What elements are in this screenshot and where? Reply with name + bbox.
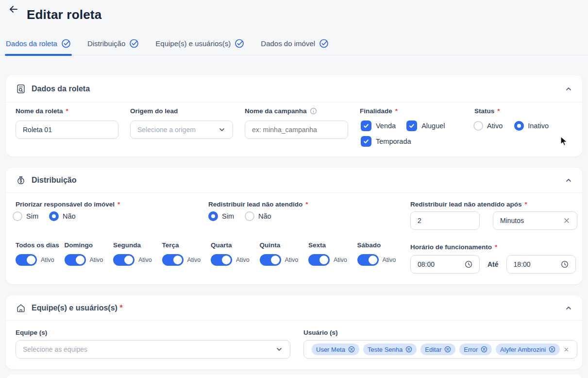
field-label-redistribuir-apos: Redistribuir lead não atendido após*: [410, 201, 527, 208]
money-bag-icon: [16, 175, 26, 186]
horario-fim-input[interactable]: 18:00: [506, 255, 576, 274]
tab-dados-do-imovel[interactable]: Dados do imóvel: [260, 35, 330, 55]
checkbox-aluguel[interactable]: Aluguel: [406, 120, 445, 131]
tab-dados-da-roleta[interactable]: Dados da roleta: [5, 35, 72, 55]
tab-label: Equipe(s) e usuários(s): [155, 39, 231, 48]
select-placeholder: Selecione a origem: [137, 126, 196, 134]
required-marker: *: [525, 201, 527, 208]
toggle-on[interactable]: [211, 254, 232, 266]
toggle-on[interactable]: [162, 254, 184, 266]
user-tag: Error: [459, 344, 492, 355]
section-next-partial: [6, 374, 582, 378]
chevron-down-icon: [275, 345, 283, 353]
toggle-on[interactable]: [65, 254, 86, 266]
day-todos-os-dias: Todos os dias Ativo: [16, 241, 65, 266]
usuario-multiselect[interactable]: User Meta Teste Senha Editar Error Alyfe…: [303, 340, 577, 359]
day-quinta: Quinta Ativo: [260, 241, 309, 266]
day-sexta: Sexta Ativo: [308, 241, 357, 266]
field-label-nome-roleta: Nome da roleta*: [16, 107, 68, 115]
required-marker: *: [495, 243, 497, 251]
toggle-on[interactable]: [16, 254, 37, 266]
toggle-on[interactable]: [357, 254, 379, 266]
collapse-button[interactable]: [565, 85, 572, 93]
redistribuir-radio-group: Sim Não: [208, 211, 271, 221]
field-label-priorizar: Priorizar responsável do imóvel*: [16, 201, 120, 208]
mouse-cursor: [559, 136, 569, 147]
clock-icon: [561, 260, 569, 268]
days-toggle-row: Todos os dias Ativo Domingo Ativo Segund…: [16, 241, 406, 266]
redistribuir-apos-unidade-select[interactable]: Minutos: [493, 211, 577, 230]
nome-campanha-input[interactable]: [245, 120, 348, 139]
radio-priorizar-sim[interactable]: Sim: [13, 211, 38, 221]
required-marker: *: [497, 107, 500, 115]
radio-priorizar-nao[interactable]: Não: [49, 211, 76, 221]
horario-inicio-input[interactable]: 08:00: [410, 255, 480, 274]
select-value: Minutos: [500, 217, 524, 224]
required-marker: *: [118, 201, 120, 208]
time-value: 08:00: [418, 260, 435, 268]
page-title: Editar roleta: [27, 7, 101, 22]
nome-roleta-input[interactable]: [16, 120, 118, 139]
check-circle-icon: [129, 38, 139, 48]
remove-tag-icon[interactable]: [549, 346, 555, 353]
file-search-icon: [16, 84, 26, 94]
toggle-state-label: Ativo: [334, 257, 347, 263]
time-value: 18:00: [514, 260, 531, 268]
radio-inativo[interactable]: Inativo: [514, 121, 549, 131]
radio-redistribuir-sim[interactable]: Sim: [208, 211, 234, 221]
tab-label: Dados do imóvel: [261, 39, 315, 48]
day-sabado: Sábado Ativo: [357, 241, 406, 266]
required-marker: *: [395, 107, 398, 115]
origem-lead-select[interactable]: Selecione a origem: [130, 120, 233, 139]
toggle-on[interactable]: [113, 254, 134, 266]
toggle-on[interactable]: [308, 254, 330, 266]
toggle-state-label: Ativo: [236, 257, 250, 263]
remove-tag-icon[interactable]: [348, 346, 355, 353]
field-label-origem-lead: Origem do lead: [130, 107, 178, 115]
equipe-select[interactable]: Selecione as equipes: [16, 340, 290, 359]
chevron-down-icon: [218, 126, 226, 134]
collapse-button[interactable]: [565, 304, 572, 312]
toggle-state-label: Ativo: [41, 257, 54, 263]
checkbox-temporada[interactable]: Temporada: [361, 136, 411, 147]
section-header: Dados da roleta: [6, 75, 582, 103]
user-tag: Editar: [420, 344, 455, 355]
redistribuir-apos-valor-input[interactable]: [410, 211, 480, 230]
day-label: Terça: [162, 241, 211, 249]
day-label: Segunda: [113, 241, 162, 249]
clear-icon[interactable]: [563, 217, 570, 224]
toggle-on[interactable]: [260, 254, 281, 266]
info-icon[interactable]: [310, 107, 317, 115]
day-quarta: Quarta Ativo: [211, 241, 260, 266]
collapse-button[interactable]: [565, 176, 572, 184]
checkbox-checked-icon: [361, 120, 371, 131]
arrow-left-icon: [8, 3, 19, 15]
chevron-up-icon: [565, 85, 572, 93]
field-label-horario: Horário de funcionamento*: [410, 243, 497, 251]
user-tag: Alyfer Ambrozini: [496, 344, 560, 355]
day-terca: Terça Ativo: [162, 241, 211, 266]
status-radio-group: Ativo Inativo: [473, 121, 549, 131]
day-label: Domingo: [65, 241, 114, 249]
radio-unselected-icon: [473, 121, 483, 131]
remove-tag-icon[interactable]: [481, 346, 487, 353]
day-label: Sexta: [308, 241, 357, 249]
check-circle-icon: [61, 38, 71, 48]
finalidade-checkbox-group: Venda Aluguel: [361, 120, 445, 131]
remove-tag-icon[interactable]: [405, 346, 412, 353]
back-button[interactable]: [7, 3, 20, 16]
checkbox-checked-icon: [406, 120, 417, 131]
radio-redistribuir-nao[interactable]: Não: [245, 211, 271, 221]
tab-distribuicao[interactable]: Distribuição: [86, 35, 140, 55]
toggle-state-label: Ativo: [90, 257, 103, 263]
check-circle-icon: [235, 38, 244, 48]
clear-all-icon[interactable]: [564, 346, 569, 353]
checkbox-venda[interactable]: Venda: [361, 120, 396, 131]
tab-equipes-usuarios[interactable]: Equipe(s) e usuários(s): [154, 35, 245, 55]
remove-tag-icon[interactable]: [444, 346, 451, 353]
tab-label: Dados da roleta: [6, 39, 57, 48]
field-label-redistribuir: Redistribuir lead não atendido*: [208, 201, 308, 208]
day-label: Quinta: [260, 241, 309, 249]
field-label-usuario: Usuário (s): [303, 329, 338, 336]
radio-ativo[interactable]: Ativo: [473, 121, 503, 131]
